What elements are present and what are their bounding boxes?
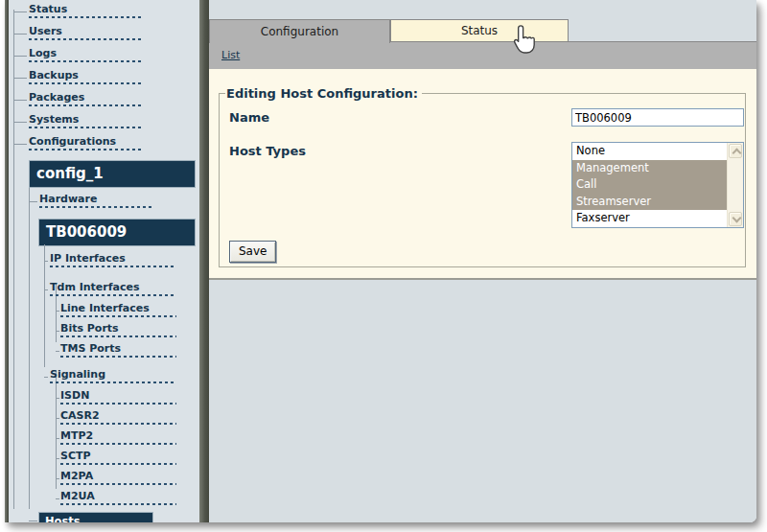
lower-panel xyxy=(209,280,756,522)
sidebar-item-backups[interactable]: Backups xyxy=(9,69,199,91)
tree-tick xyxy=(56,478,59,479)
host-types-label: Host Types xyxy=(229,142,571,158)
sidebar-item-label[interactable]: M2PA xyxy=(60,470,176,485)
sidebar-item-label[interactable]: M2UA xyxy=(60,490,176,505)
tree-tick xyxy=(56,311,59,312)
fieldset-legend: Editing Host Configuration: xyxy=(225,86,422,101)
sidebar-item-label[interactable]: Signaling xyxy=(50,368,175,383)
sidebar-item-label[interactable]: Systems xyxy=(29,113,141,128)
sidebar-item-label[interactable]: Bits Ports xyxy=(60,322,176,337)
sidebar-item-hardware[interactable]: Hardware xyxy=(9,193,199,215)
tab-status[interactable]: Status xyxy=(390,19,569,42)
save-button[interactable]: Save xyxy=(229,241,276,263)
sidebar-item-ip-interfaces[interactable]: IP Interfaces xyxy=(9,252,199,273)
tree-tick xyxy=(29,201,37,202)
option-streamserver[interactable]: Streamserver xyxy=(572,194,727,211)
tree-tick xyxy=(44,261,48,262)
sidebar-item-configurations[interactable]: Configurations xyxy=(9,135,199,157)
tree-tick xyxy=(13,34,27,35)
spacer xyxy=(9,273,199,281)
sidebar-item-label[interactable]: Status xyxy=(29,3,141,18)
sidebar-item-users[interactable]: Users xyxy=(9,25,199,47)
sidebar-item-sctp[interactable]: SCTP xyxy=(9,450,199,470)
sidebar-item-logs[interactable]: Logs xyxy=(9,47,199,69)
scroll-up-icon[interactable] xyxy=(729,144,742,158)
sidebar-section-config1[interactable]: config_1 xyxy=(29,160,196,188)
sidebar-item-label[interactable]: CASR2 xyxy=(60,409,176,425)
tree-tick xyxy=(56,418,59,419)
tree-tick xyxy=(29,520,37,521)
tab-bar: Configuration Status xyxy=(209,19,756,42)
sidebar-item-m2ua[interactable]: M2UA xyxy=(9,490,199,510)
tree-tick xyxy=(56,438,59,439)
navigation-sidebar: Status Users Logs Backups Packages Syste… xyxy=(9,0,199,522)
tree-tick xyxy=(56,498,59,499)
app-window: Status Users Logs Backups Packages Syste… xyxy=(5,0,756,522)
main-top-strip xyxy=(209,0,756,19)
scroll-down-icon[interactable] xyxy=(729,212,742,226)
tree-tick xyxy=(56,331,59,332)
frame-splitter[interactable] xyxy=(199,0,209,522)
tab-configuration[interactable]: Configuration xyxy=(209,19,390,43)
name-row: Name xyxy=(229,108,744,127)
option-faxserver[interactable]: Faxserver xyxy=(572,210,727,227)
sidebar-item-label[interactable]: Logs xyxy=(29,47,141,62)
tree-tick xyxy=(56,458,59,459)
sidebar-item-label[interactable]: Line Interfaces xyxy=(60,302,176,317)
host-types-row: Host Types None Management Call Streamse… xyxy=(229,142,744,228)
edit-host-fieldset: Editing Host Configuration: Name Host Ty… xyxy=(219,86,746,267)
sidebar-item-systems[interactable]: Systems xyxy=(9,113,199,135)
sidebar-item-label[interactable]: ISDN xyxy=(60,389,176,405)
sidebar-item-bits-ports[interactable]: Bits Ports xyxy=(9,322,199,342)
sidebar-item-isdn[interactable]: ISDN xyxy=(9,389,199,409)
sidebar-item-mtp2[interactable]: MTP2 xyxy=(9,429,199,450)
sidebar-item-label[interactable]: Tdm Interfaces xyxy=(50,281,175,296)
tree-tick xyxy=(44,377,48,378)
toolbar: List xyxy=(209,42,756,69)
sidebar-item-label[interactable]: TMS Ports xyxy=(60,342,176,358)
sidebar-item-line-interfaces[interactable]: Line Interfaces xyxy=(9,302,199,322)
tree-tick xyxy=(13,12,27,12)
name-label: Name xyxy=(229,108,571,125)
tree-tick xyxy=(56,398,59,399)
sidebar-item-label[interactable]: Packages xyxy=(29,91,141,106)
tree-tick xyxy=(13,144,27,145)
option-management[interactable]: Management xyxy=(572,160,727,177)
sidebar-item-tdm-interfaces[interactable]: Tdm Interfaces xyxy=(9,281,199,302)
sidebar-item-label[interactable]: MTP2 xyxy=(60,429,176,445)
sidebar-item-hosts-row: Hosts xyxy=(9,512,199,522)
sidebar-item-hosts-selected[interactable]: Hosts xyxy=(38,512,153,522)
nav-tree: Status Users Logs Backups Packages Syste… xyxy=(9,0,199,522)
sidebar-item-packages[interactable]: Packages xyxy=(9,91,199,113)
sidebar-item-label[interactable]: Configurations xyxy=(29,135,141,150)
tree-tick xyxy=(44,289,48,290)
list-link[interactable]: List xyxy=(221,49,240,61)
sidebar-item-label[interactable]: SCTP xyxy=(60,450,176,465)
option-call[interactable]: Call xyxy=(572,176,727,194)
sidebar-item-label[interactable]: Backups xyxy=(29,69,141,84)
tree-tick xyxy=(13,122,27,123)
editor-panel: Editing Host Configuration: Name Host Ty… xyxy=(209,69,756,280)
host-types-listbox[interactable]: None Management Call Streamserver Faxser… xyxy=(571,142,744,228)
sidebar-item-casr2[interactable]: CASR2 xyxy=(9,409,199,429)
sidebar-item-m2pa[interactable]: M2PA xyxy=(9,470,199,490)
tree-tick xyxy=(56,351,59,352)
sidebar-section-tb006009[interactable]: TB006009 xyxy=(38,219,196,246)
tree-tick xyxy=(13,78,27,79)
name-input[interactable] xyxy=(571,108,744,127)
sidebar-item-label[interactable]: Users xyxy=(29,25,141,40)
main-content-frame: Configuration Status List Editing Host C… xyxy=(209,0,756,522)
sidebar-item-signaling[interactable]: Signaling xyxy=(9,368,199,389)
sidebar-item-tms-ports[interactable]: TMS Ports xyxy=(9,342,199,362)
tree-tick xyxy=(13,100,27,101)
option-none[interactable]: None xyxy=(572,143,727,160)
listbox-scrollbar[interactable] xyxy=(727,143,743,227)
sidebar-item-status[interactable]: Status xyxy=(9,3,199,25)
sidebar-item-label[interactable]: IP Interfaces xyxy=(50,252,175,267)
tree-tick xyxy=(13,56,27,57)
sidebar-item-label[interactable]: Hardware xyxy=(39,193,151,208)
